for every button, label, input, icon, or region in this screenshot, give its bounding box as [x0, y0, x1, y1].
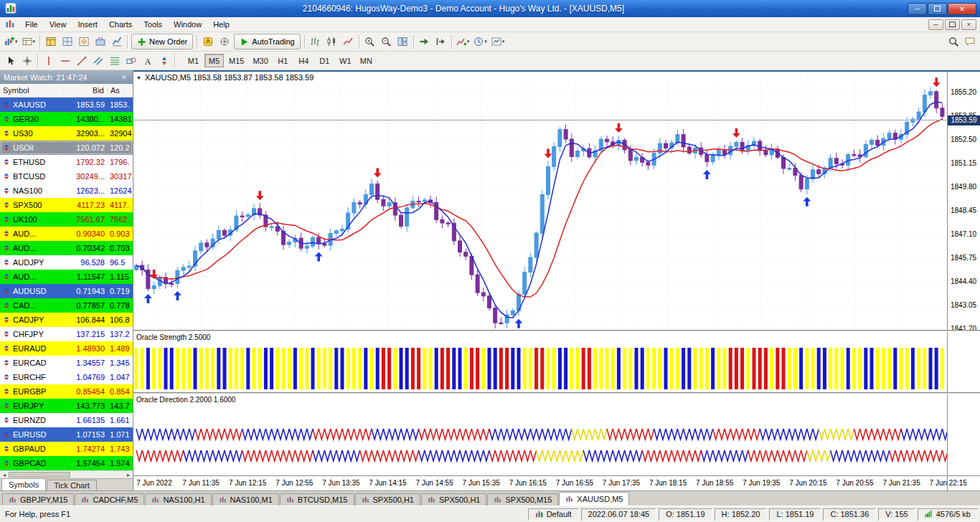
zoom-out-button[interactable]	[378, 34, 395, 49]
zoom-in-button[interactable]	[362, 34, 378, 49]
new-order-button[interactable]: New Order	[131, 34, 193, 49]
market-watch-row[interactable]: EURCHF1.047691.047	[0, 370, 133, 384]
one-click-trading-icon[interactable]: ▼	[136, 75, 141, 80]
market-watch-row[interactable]: EURCAD1.345571.345	[0, 356, 133, 370]
terminal-button[interactable]	[92, 34, 108, 49]
indicators-button[interactable]: ▾	[454, 34, 472, 49]
column-ask[interactable]: As	[108, 86, 133, 95]
chart-shift-button[interactable]	[433, 34, 449, 49]
templates-button[interactable]: ▾	[489, 34, 507, 49]
market-watch-row[interactable]: AUDJPY96.52896.5	[0, 255, 133, 270]
column-bid[interactable]: Bid	[63, 86, 108, 95]
vertical-line-button[interactable]	[40, 53, 57, 69]
shapes-button[interactable]	[123, 53, 139, 69]
chart-tab-spx500-h1[interactable]: SPX500,H1	[355, 493, 420, 506]
market-watch-row[interactable]: CADJPY106.844106.8	[0, 313, 133, 327]
market-watch-tab-symbols[interactable]: Symbols	[1, 478, 46, 490]
scroll-left-icon[interactable]: ◄	[0, 473, 9, 478]
chart-tab-btcusd-m15[interactable]: BTCUSD,M15	[280, 493, 354, 506]
market-watch-row[interactable]: ETHUSD1792.321796.	[0, 155, 133, 169]
market-watch-row[interactable]: GBPCAD1.574541.574	[0, 456, 133, 470]
timeframe-d1[interactable]: D1	[315, 54, 334, 67]
market-watch-row[interactable]: CAD...0.778570.778	[0, 298, 133, 313]
chart-tab-xauusd-m5[interactable]: XAUUSD,M5	[559, 492, 629, 506]
timeframe-h1[interactable]: H1	[273, 54, 293, 67]
trendline-button[interactable]	[73, 53, 90, 69]
direction-canvas[interactable]	[133, 394, 947, 475]
scroll-right-icon[interactable]: ►	[124, 473, 133, 478]
market-watch-row[interactable]: EURUSD1.071531.071	[0, 427, 133, 442]
market-watch-hscrollbar[interactable]: ◄ ►	[0, 470, 133, 478]
main-chart-canvas[interactable]	[133, 72, 947, 330]
market-watch-row[interactable]: USOil120.072120.2	[0, 141, 133, 155]
metaeditor-button[interactable]	[199, 34, 216, 49]
periods-button[interactable]: ▾	[471, 34, 489, 49]
timeframe-m30[interactable]: M30	[249, 54, 271, 67]
market-watch-row[interactable]: AUD...1.115471.115	[0, 270, 133, 284]
market-watch-row[interactable]: EURGBP0.854540.854	[0, 384, 133, 399]
timeframe-mn[interactable]: MN	[357, 54, 376, 67]
market-watch-tab-tick-chart[interactable]: Tick Chart	[47, 480, 97, 490]
market-watch-row[interactable]: EURJPY143.773143.7	[0, 399, 133, 413]
new-chart-button[interactable]: ▾	[2, 34, 20, 49]
chart-tab-nas100-m1[interactable]: NAS100,M1	[212, 493, 279, 506]
chart-tab-spx500-m15[interactable]: SPX500,M15	[487, 493, 558, 506]
market-watch-row[interactable]: EURNZD1.661351.661	[0, 413, 133, 427]
data-window-button[interactable]	[59, 34, 75, 49]
timeframe-m5[interactable]: M5	[204, 54, 224, 67]
time-axis[interactable]: 7 Jun 20227 Jun 11:357 Jun 12:157 Jun 12…	[133, 475, 980, 490]
bar-chart-button[interactable]	[307, 34, 324, 49]
market-watch-row[interactable]: AUD...0.903400.903	[0, 227, 133, 241]
market-watch-header[interactable]: Market Watch: 21:47:24 ×	[0, 70, 133, 84]
market-watch-row[interactable]: AUDUSD0.719430.719	[0, 284, 133, 298]
navigator-button[interactable]	[75, 34, 92, 49]
timeframe-m1[interactable]: M1	[184, 54, 203, 67]
market-watch-button[interactable]	[42, 34, 59, 49]
child-minimize-button[interactable]: ─	[928, 19, 943, 30]
child-restore-button[interactable]	[945, 19, 960, 30]
strategy-tester-button[interactable]	[108, 34, 125, 49]
menu-tools[interactable]: Tools	[138, 18, 168, 31]
cursor-button[interactable]	[2, 53, 19, 69]
search-button[interactable]	[945, 34, 961, 49]
chart-tab-spx500-h1[interactable]: SPX500,H1	[421, 493, 486, 506]
menu-view[interactable]: View	[44, 18, 72, 31]
options-button[interactable]	[216, 34, 232, 49]
menu-file[interactable]: File	[19, 18, 44, 31]
chart-tab-nas100-h1[interactable]: NAS100,H1	[145, 493, 211, 506]
timeframe-w1[interactable]: W1	[336, 54, 355, 67]
fibonacci-button[interactable]	[106, 53, 123, 69]
market-watch-row[interactable]: BTCUSD30249...30317	[0, 169, 133, 184]
column-symbol[interactable]: Symbol	[0, 86, 63, 95]
market-watch-row[interactable]: CHFJPY137.215137.2	[0, 327, 133, 341]
profiles-button[interactable]: ▾	[20, 34, 38, 49]
menu-insert[interactable]: Insert	[72, 18, 103, 31]
market-watch-row[interactable]: NAS10012623...12624	[0, 184, 133, 198]
market-watch-close-icon[interactable]: ×	[119, 72, 129, 82]
market-watch-row[interactable]: GER3014380...14381	[0, 112, 133, 126]
autotrading-button[interactable]: AutoTrading	[234, 34, 301, 49]
profile-selector[interactable]: Default	[528, 508, 579, 521]
auto-scroll-button[interactable]	[416, 34, 433, 49]
timeframe-h4[interactable]: H4	[294, 54, 314, 67]
candle-chart-button[interactable]	[324, 34, 340, 49]
market-watch-row[interactable]: GBPAUD1.742741.743	[0, 442, 133, 456]
chart-tab-gbpjpy-m15[interactable]: GBPJPY,M15	[2, 493, 74, 506]
chat-button[interactable]	[961, 34, 978, 49]
market-watch-row[interactable]: SPX5004117.234117.	[0, 198, 133, 212]
market-watch-row[interactable]: US3032903...32904	[0, 126, 133, 141]
arrows-tool-button[interactable]	[156, 53, 172, 69]
text-tool-button[interactable]: A	[139, 53, 156, 69]
tile-windows-button[interactable]	[395, 34, 411, 49]
scroll-thumb[interactable]	[9, 472, 70, 478]
horizontal-line-button[interactable]	[57, 53, 73, 69]
chart-tab-cadchf-m5[interactable]: CADCHF,M5	[75, 493, 144, 506]
market-watch-row[interactable]: UK1007561.677562.	[0, 212, 133, 227]
minimize-button[interactable]: ─	[908, 3, 927, 15]
market-watch-row[interactable]: EURAUD1.489301.489	[0, 341, 133, 356]
line-chart-button[interactable]	[340, 34, 357, 49]
price-axis[interactable]: 1853.59 1855.201853.851852.501851.151849…	[947, 72, 980, 330]
equidistant-channel-button[interactable]	[90, 53, 106, 69]
crosshair-button[interactable]	[19, 53, 35, 69]
market-watch-row[interactable]: AUD...0.703420.703	[0, 241, 133, 255]
